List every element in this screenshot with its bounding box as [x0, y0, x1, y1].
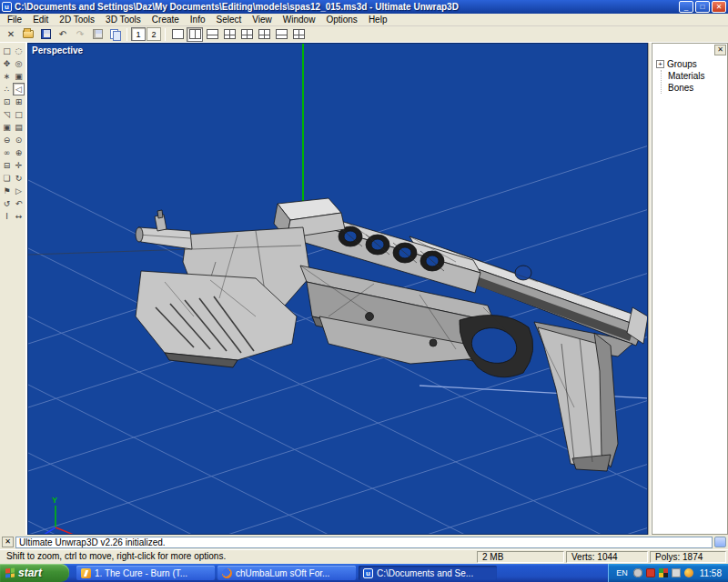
copy-icon[interactable]: ⊡	[1, 95, 13, 108]
flag-icon[interactable]: ⚑	[1, 185, 13, 197]
expander-icon[interactable]: +	[656, 60, 664, 68]
layout-three-left-icon[interactable]	[238, 27, 255, 42]
task-browser[interactable]: chUmbaLum sOft For...	[217, 566, 356, 580]
title-bar: u C:\Documents and Settings\Daz\My Docum…	[0, 0, 728, 14]
duplicate-icon[interactable]: ❏	[1, 172, 13, 185]
grid-icon[interactable]: ⊞	[13, 95, 25, 108]
tray-msn-icon[interactable]	[659, 568, 668, 577]
tray-network-icon[interactable]	[633, 568, 642, 577]
quad-icon[interactable]: □	[13, 108, 25, 121]
zoom-region-icon[interactable]: ∗	[1, 70, 13, 83]
log-scroll-button[interactable]	[714, 537, 726, 547]
layout-four-pane-icon[interactable]	[221, 27, 238, 42]
normals-icon[interactable]: ▷	[13, 185, 25, 197]
tree-item-bones[interactable]: Bones	[668, 82, 725, 94]
menu-select[interactable]: Select	[211, 14, 248, 25]
open-file-icon[interactable]	[20, 27, 36, 42]
axis-gizmo-icon: Y x z	[34, 496, 79, 535]
zoom-extents-icon[interactable]: ▣	[13, 70, 25, 83]
edge-mode-icon[interactable]: ◹	[1, 108, 13, 121]
rotate-ccw-icon[interactable]: ↺	[1, 197, 13, 210]
log-close-icon[interactable]: ✕	[2, 537, 14, 547]
text-icon[interactable]: I	[1, 210, 13, 223]
layout-two-horizontal-icon[interactable]	[204, 27, 220, 42]
weld-icon[interactable]: ∞	[1, 146, 13, 159]
tray-app-icon[interactable]	[672, 568, 681, 577]
menu-edit[interactable]: Edit	[27, 14, 54, 25]
tree-label-groups: Groups	[667, 59, 697, 69]
status-verts: Verts: 1044	[566, 551, 648, 563]
save-all-icon[interactable]	[89, 27, 106, 42]
layout-two-vertical-icon[interactable]	[187, 27, 203, 42]
lasso-icon[interactable]: ◌	[13, 45, 25, 57]
stock-hole	[515, 266, 531, 280]
tray-alert-icon[interactable]	[646, 568, 655, 577]
viewport-label: Perspective	[32, 45, 83, 55]
menu-3d-tools[interactable]: 3D Tools	[100, 14, 147, 25]
viewport-3d-scene: Y x z	[28, 44, 648, 535]
menu-2d-tools[interactable]: 2D Tools	[54, 14, 100, 25]
unwrap3d-icon: u	[363, 568, 373, 578]
mirror-icon[interactable]: ↔	[13, 210, 25, 223]
layout-single-pane-icon[interactable]	[169, 27, 186, 42]
maximize-button[interactable]: □	[695, 1, 710, 13]
minimize-button[interactable]: _	[679, 1, 693, 13]
target-icon[interactable]: ⊕	[13, 146, 25, 159]
close-button[interactable]: ✕	[712, 1, 726, 13]
task-winamp-label: 1. The Cure - Burn (T...	[95, 568, 187, 578]
floppy-icon	[41, 29, 51, 39]
select-rect-icon[interactable]: □	[1, 45, 13, 57]
scale-icon[interactable]: ⊟	[1, 159, 13, 172]
tree-item-groups[interactable]: + Groups	[656, 58, 725, 70]
language-indicator[interactable]: EN	[616, 568, 628, 577]
status-memory: 2 MB	[477, 551, 564, 563]
rotate-icon[interactable]: ↻	[13, 172, 25, 185]
log-message-field[interactable]: Ultimate Unwrap3D v2.26 initialized.	[15, 537, 713, 548]
undo-curve-icon[interactable]: ↶	[13, 197, 25, 210]
svg-text:x: x	[76, 533, 79, 535]
layout-four-grid-icon[interactable]	[256, 27, 272, 42]
tree-label-bones: Bones	[668, 83, 693, 93]
save-icon[interactable]	[37, 27, 54, 42]
page-1-button[interactable]: 1	[131, 27, 146, 41]
task-browser-label: chUmbaLum sOft For...	[236, 568, 329, 578]
copy-sheets-icon	[110, 29, 120, 39]
sphere-map-icon[interactable]: ⊙	[13, 134, 25, 146]
window-title: C:\Documents and Settings\Daz\My Documen…	[15, 2, 679, 12]
winamp-icon	[81, 568, 91, 578]
cylinder-map-icon[interactable]: ⊖	[1, 134, 13, 146]
tree-item-materials[interactable]: Materials	[668, 70, 725, 82]
copy-paste-icon[interactable]	[106, 27, 123, 42]
task-unwrap3d[interactable]: u C:\Documents and Se...	[359, 566, 497, 580]
pan-icon[interactable]: ✥	[1, 57, 13, 70]
page-2-button[interactable]: 2	[147, 27, 161, 41]
firefox-icon	[222, 568, 232, 578]
task-buttons: 1. The Cure - Burn (T... chUmbaLum sOft …	[69, 564, 608, 582]
menu-info[interactable]: Info	[185, 14, 211, 25]
menu-help[interactable]: Help	[363, 14, 393, 25]
menu-file[interactable]: File	[2, 14, 27, 25]
panel-close-icon[interactable]: ✕	[714, 45, 726, 55]
delete-icon[interactable]: ✕	[3, 27, 19, 42]
face-mode-icon[interactable]: ◁	[13, 83, 25, 95]
extrude-icon[interactable]: ▣	[1, 121, 13, 134]
redo-icon[interactable]: ↷	[72, 27, 88, 42]
tray-volume-icon[interactable]	[684, 568, 693, 577]
layout-three-bottom-icon[interactable]	[273, 27, 289, 42]
move-axis-icon[interactable]: ✛	[13, 159, 25, 172]
undo-icon[interactable]: ↶	[55, 27, 71, 42]
perspective-viewport[interactable]: Perspective	[27, 43, 648, 535]
menu-window[interactable]: Window	[278, 14, 321, 25]
start-button[interactable]: start	[0, 564, 69, 582]
zoom-icon[interactable]: ◎	[13, 57, 25, 70]
menu-view[interactable]: View	[247, 14, 278, 25]
menu-options[interactable]: Options	[320, 14, 362, 25]
tray-clock: 11:58	[700, 568, 722, 578]
svg-text:Y: Y	[52, 496, 57, 505]
menu-bar: File Edit 2D Tools 3D Tools Create Info …	[0, 14, 728, 26]
task-winamp[interactable]: 1. The Cure - Burn (T...	[76, 566, 215, 580]
menu-create[interactable]: Create	[147, 14, 185, 25]
layout-four-grid-alt-icon[interactable]	[290, 27, 307, 42]
inset-icon[interactable]: ▤	[13, 121, 25, 134]
vertex-mode-icon[interactable]: ∴	[1, 83, 13, 95]
